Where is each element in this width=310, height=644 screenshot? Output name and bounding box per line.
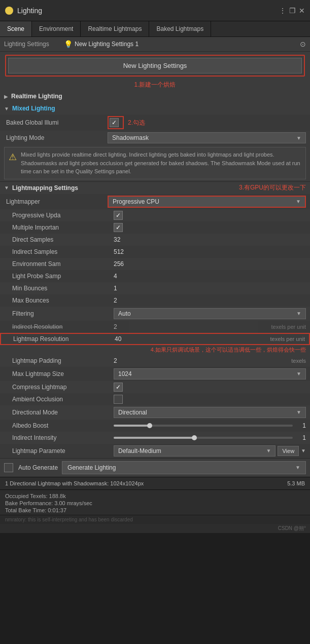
- directional-mode-dropdown[interactable]: Directional ▼: [114, 407, 306, 418]
- progressive-update-checkbox[interactable]: [114, 211, 123, 220]
- filtering-dropdown[interactable]: Auto ▼: [114, 308, 306, 319]
- ambient-occlusion-checkbox[interactable]: [114, 395, 123, 404]
- settings-header: Lighting Settings 💡 New Lighting Setting…: [0, 37, 310, 52]
- lightmapper-arrow: ▼: [296, 199, 301, 204]
- albedo-boost-slider-wrap: 1: [114, 422, 306, 429]
- albedo-boost-track[interactable]: [114, 425, 293, 427]
- annotation-4: 4.如果只烘调试场景，这个可以适当调低一些，烘焙得会快一些: [151, 346, 306, 354]
- title-controls: ⋮ ❐ ✕: [279, 7, 305, 15]
- max-bounces-label: Max Bounces: [12, 297, 114, 304]
- indirect-intensity-track[interactable]: [114, 437, 293, 439]
- lightmapper-row: Lightmapper Progressive CPU ▼: [0, 194, 310, 209]
- albedo-boost-thumb[interactable]: [147, 423, 152, 428]
- max-lightmap-size-dropdown[interactable]: 1024 ▼: [114, 368, 306, 380]
- footer-stats: Occupied Texels: 188.8k Bake Performance…: [0, 489, 310, 515]
- max-bounces-row: Max Bounces 2: [0, 294, 310, 307]
- ambient-occlusion-row: Ambient Occlusion: [0, 393, 310, 405]
- lightmap-padding-value: 2: [114, 357, 289, 364]
- annotation-4-container: 4.如果只烘调试场景，这个可以适当调低一些，烘焙得会快一些: [0, 345, 310, 355]
- status-text: 1 Directional Lightmap with Shadowmask: …: [5, 480, 144, 486]
- direct-samples-value: 32: [114, 236, 306, 243]
- lightmap-paramete-arrow: ▼: [266, 448, 271, 453]
- progressive-update-label: Progressive Upda: [12, 212, 114, 219]
- filtering-label: Filtering: [12, 310, 114, 317]
- lightmapping-settings-header[interactable]: ▼ Lightmapping Settings: [0, 182, 239, 194]
- min-bounces-row: Min Bounces 1: [0, 282, 310, 294]
- status-size: 5.3 MB: [287, 480, 305, 486]
- directional-mode-row: Directional Mode Directional ▼: [0, 405, 310, 420]
- filtering-value: Auto: [118, 310, 131, 317]
- maximize-icon[interactable]: ❐: [289, 7, 296, 15]
- indirect-intensity-thumb[interactable]: [192, 435, 197, 440]
- gear-button[interactable]: ⊙: [300, 40, 306, 48]
- environment-sam-row: Environment Sam 256: [0, 258, 310, 270]
- lightmap-paramete-row: Lightmap Paramete Default-Medium ▼ View …: [0, 444, 310, 458]
- progressive-update-row: Progressive Upda: [0, 209, 310, 221]
- menu-icon[interactable]: ⋮: [279, 7, 286, 15]
- lightmap-padding-row: Lightmap Padding 2 texels: [0, 355, 310, 367]
- max-lightmap-size-label: Max Lightmap Size: [12, 370, 114, 377]
- indirect-resolution-label: Indirect Resolution: [12, 323, 114, 330]
- lighting-mode-dropdown[interactable]: Shadowmask ▼: [108, 132, 306, 143]
- light-probe-samp-value: 4: [114, 273, 306, 280]
- max-lightmap-size-row: Max Lightmap Size 1024 ▼: [0, 367, 310, 381]
- tab-baked-lightmaps[interactable]: Baked Lightmaps: [149, 21, 211, 36]
- indirect-intensity-fill: [114, 437, 194, 439]
- lightmapper-dropdown[interactable]: Progressive CPU ▼: [108, 196, 306, 208]
- lightmap-resolution-value: 40: [115, 335, 268, 343]
- generate-lighting-button[interactable]: Generate Lighting ▼: [62, 461, 306, 474]
- environment-sam-value: 256: [114, 260, 306, 268]
- multiple-importan-checkbox[interactable]: [114, 223, 123, 232]
- title-icon: [5, 7, 13, 15]
- lightmap-paramete-dropdown[interactable]: Default-Medium ▼: [114, 445, 275, 457]
- tab-realtime-lightmaps[interactable]: Realtime Lightmaps: [81, 21, 149, 36]
- albedo-boost-fill: [114, 425, 150, 427]
- filtering-row: Filtering Auto ▼: [0, 307, 310, 321]
- total-bake-time: Total Bake Time: 0:01:37: [5, 507, 305, 514]
- settings-name-text: New Lighting Settings 1: [75, 41, 139, 48]
- tabs-row: Scene Environment Realtime Lightmaps Bak…: [0, 21, 310, 37]
- baked-global-illumi-label: Baked Global Illumi: [6, 119, 108, 126]
- multiple-importan-row: Multiple Importan: [0, 221, 310, 234]
- directional-mode-value: Directional: [118, 409, 147, 416]
- new-lighting-box: New Lighting Settings: [5, 55, 305, 77]
- compress-lightmap-row: Compress Lightmap: [0, 381, 310, 393]
- auto-generate-checkbox[interactable]: [4, 463, 13, 472]
- albedo-boost-value: 1: [296, 422, 306, 429]
- main-content: Lighting Settings 💡 New Lighting Setting…: [0, 37, 310, 533]
- directional-mode-label: Directional Mode: [12, 409, 114, 416]
- baked-global-illumi-checkbox[interactable]: [110, 118, 119, 127]
- baked-global-illumi-row: Baked Global Illumi 2.勾选: [0, 115, 310, 131]
- title-text: Lighting: [17, 7, 279, 15]
- annotation-3: 3.有GPU的可以更改一下: [239, 183, 310, 192]
- generate-lighting-arrow: ▼: [295, 465, 300, 470]
- compress-lightmap-checkbox[interactable]: [114, 383, 123, 392]
- auto-generate-label: Auto Generate: [18, 464, 58, 471]
- light-probe-samp-row: Light Probe Samp 4: [0, 270, 310, 282]
- indirect-samples-label: Indirect Samples: [12, 248, 114, 255]
- albedo-boost-label: Albedo Boost: [12, 422, 114, 429]
- status-line: 1 Directional Lightmap with Shadowmask: …: [5, 480, 305, 487]
- new-lighting-button[interactable]: New Lighting Settings: [8, 58, 302, 73]
- realtime-lighting-header[interactable]: ▶ Realtime Lighting: [0, 90, 310, 102]
- ambient-occlusion-label: Ambient Occlusion: [12, 396, 114, 403]
- lightmap-paramete-label: Lightmap Paramete: [12, 447, 114, 454]
- lighting-mode-row: Lighting Mode Shadowmask ▼: [0, 131, 310, 145]
- tab-environment[interactable]: Environment: [32, 21, 81, 36]
- indirect-samples-row: Indirect Samples 512: [0, 246, 310, 258]
- generate-lighting-label: Generate Lighting: [67, 464, 116, 471]
- min-bounces-value: 1: [114, 285, 306, 292]
- lightmap-paramete-extra-arrow: ▼: [301, 448, 306, 453]
- albedo-boost-row: Albedo Boost 1: [0, 420, 310, 432]
- lighting-mode-label: Lighting Mode: [6, 134, 108, 141]
- direct-samples-row: Direct Samples 32: [0, 234, 310, 246]
- close-icon[interactable]: ✕: [299, 7, 305, 15]
- lightmapper-value: Progressive CPU: [113, 198, 159, 205]
- tab-scene[interactable]: Scene: [0, 21, 32, 36]
- indirect-resolution-row: Indirect Resolution 2 texels per unit: [0, 321, 310, 333]
- view-button[interactable]: View: [278, 446, 299, 456]
- max-lightmap-size-arrow: ▼: [296, 371, 301, 376]
- info-box: ⚠ Mixed lights provide realtime direct l…: [4, 147, 306, 179]
- indirect-intensity-value: 1: [296, 434, 306, 441]
- mixed-lighting-header[interactable]: ▼ Mixed Lighting: [0, 102, 310, 115]
